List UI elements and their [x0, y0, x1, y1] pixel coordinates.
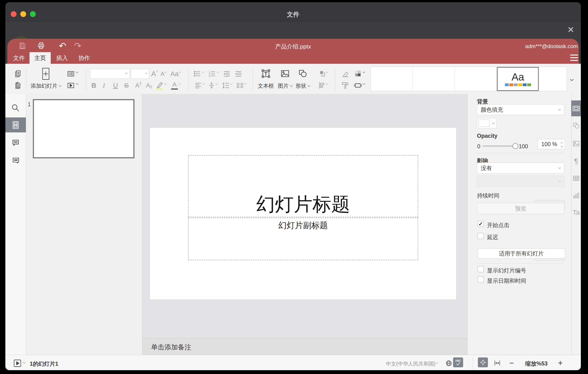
theme-option-selected[interactable]: Aa: [497, 67, 539, 91]
spinner-arrows[interactable]: [561, 139, 563, 149]
shape-icon[interactable]: [298, 68, 308, 79]
spellcheck-icon[interactable]: ABC: [453, 357, 463, 367]
strikethrough-icon[interactable]: S: [122, 81, 130, 90]
start-slideshow-icon[interactable]: [66, 81, 75, 90]
language-chevron-up[interactable]: [436, 362, 438, 365]
fit-slide-icon[interactable]: [478, 357, 488, 367]
highlight-color-icon[interactable]: [155, 80, 164, 90]
align-shapes-icon[interactable]: [317, 81, 327, 90]
zoom-out-button[interactable]: −: [507, 359, 516, 367]
paste-icon[interactable]: [13, 81, 22, 90]
apply-to-all-button[interactable]: 适用于所有幻灯片: [478, 249, 565, 258]
slide-settings-icon[interactable]: [571, 100, 581, 116]
superscript-icon[interactable]: A2: [133, 81, 143, 90]
eraser-icon[interactable]: [340, 69, 350, 78]
notes-placeholder[interactable]: 单击添加备注: [151, 343, 191, 352]
slide-size-chevron[interactable]: [363, 84, 365, 84]
slideshow-mode-chevron[interactable]: [23, 362, 25, 363]
slide-thumbnail[interactable]: [33, 99, 135, 158]
search-icon[interactable]: [11, 103, 21, 113]
bullet-list-icon[interactable]: [193, 69, 202, 78]
tab-home[interactable]: 主页: [30, 52, 51, 64]
font-color-icon[interactable]: A: [170, 80, 179, 90]
comments-icon[interactable]: [11, 138, 21, 148]
show-date-time-checkbox[interactable]: [478, 276, 484, 283]
add-slide-button[interactable]: 添加幻灯片: [27, 82, 65, 89]
paragraph-settings-icon[interactable]: ¶: [572, 157, 581, 165]
slide-layout-icon[interactable]: [66, 69, 75, 78]
color-scheme-chevron[interactable]: [363, 72, 365, 73]
start-on-click-checkbox[interactable]: ✓: [478, 221, 484, 227]
font-color-chevron[interactable]: [179, 84, 180, 84]
subscript-icon[interactable]: A2: [144, 81, 154, 90]
underline-icon[interactable]: U: [112, 81, 119, 90]
tab-insert[interactable]: 插入: [55, 52, 70, 64]
text-box-button[interactable]: 文本框: [255, 82, 277, 89]
image-icon[interactable]: [280, 68, 290, 79]
decrease-indent-icon[interactable]: [222, 69, 232, 78]
horizontal-align-icon[interactable]: [193, 81, 203, 90]
change-case-chevron[interactable]: [179, 72, 180, 73]
opacity-slider-handle[interactable]: [513, 143, 518, 149]
highlight-color-chevron[interactable]: [164, 84, 166, 84]
align-shapes-chevron[interactable]: [326, 84, 328, 84]
add-slide-icon[interactable]: [41, 67, 51, 80]
close-icon[interactable]: ✕: [565, 24, 576, 35]
table-settings-icon[interactable]: [572, 174, 581, 183]
columns-icon[interactable]: [235, 81, 245, 90]
fill-color-picker[interactable]: [477, 118, 497, 128]
paint-roller-icon[interactable]: [340, 81, 350, 90]
start-slideshow-status-icon[interactable]: [13, 359, 21, 367]
font-size-select[interactable]: [131, 69, 149, 79]
line-spacing-icon[interactable]: [221, 81, 231, 90]
globe-icon[interactable]: [445, 359, 453, 367]
shape-button[interactable]: 形状: [292, 82, 314, 89]
opacity-spinner[interactable]: 100 %: [538, 139, 565, 149]
slide-title-text[interactable]: 幻灯片标题: [256, 194, 350, 215]
bullet-list-chevron[interactable]: [202, 72, 204, 73]
zoom-in-button[interactable]: +: [556, 359, 565, 367]
slide-subtitle-text[interactable]: 幻灯片副标题: [278, 220, 328, 231]
language-selector[interactable]: 中文(中华人民共和国): [386, 360, 435, 367]
bold-icon[interactable]: B: [90, 81, 98, 90]
slide-size-icon[interactable]: [353, 81, 363, 90]
increase-indent-icon[interactable]: [233, 69, 243, 78]
slides-panel-icon[interactable]: [5, 117, 26, 132]
horizontal-align-chevron[interactable]: [203, 84, 204, 84]
menu-icon[interactable]: [570, 55, 578, 61]
theme-option[interactable]: [539, 67, 566, 91]
line-spacing-chevron[interactable]: [230, 84, 232, 84]
opacity-slider-track[interactable]: [483, 145, 515, 147]
tab-file[interactable]: 文件: [12, 52, 26, 64]
fill-type-select[interactable]: 颜色填充: [477, 104, 564, 115]
decrease-font-icon[interactable]: A: [159, 69, 168, 78]
shape-settings-icon[interactable]: [572, 121, 581, 130]
image-settings-icon[interactable]: [572, 139, 581, 148]
columns-chevron[interactable]: [244, 84, 246, 84]
numbered-list-icon[interactable]: 123: [208, 69, 217, 78]
increase-font-icon[interactable]: A: [151, 69, 159, 78]
start-slideshow-chevron[interactable]: [76, 84, 78, 84]
chart-settings-icon[interactable]: [572, 191, 581, 200]
arrange-shapes-chevron[interactable]: [326, 72, 328, 73]
fit-width-icon[interactable]: [493, 359, 502, 367]
text-art-settings-icon[interactable]: Ta: [572, 208, 581, 217]
theme-option[interactable]: [455, 67, 497, 91]
theme-option[interactable]: [413, 67, 455, 91]
italic-icon[interactable]: I: [100, 81, 108, 90]
title-placeholder[interactable]: 幻灯片标题: [188, 155, 418, 217]
text-box-icon[interactable]: [261, 68, 271, 79]
effect-select[interactable]: 没有: [477, 163, 564, 174]
change-case-icon[interactable]: Aa: [169, 69, 180, 78]
color-scheme-icon[interactable]: [353, 69, 363, 78]
tab-collaboration[interactable]: 协作: [77, 52, 92, 64]
effect-option-select[interactable]: [477, 176, 564, 187]
theme-gallery-expand-chevron[interactable]: [568, 77, 575, 83]
numbered-list-chevron[interactable]: [217, 72, 219, 73]
preview-button[interactable]: 预览: [477, 203, 564, 214]
slide-layout-chevron[interactable]: [76, 72, 78, 73]
vertical-align-icon[interactable]: [207, 81, 216, 90]
delay-checkbox[interactable]: [478, 233, 484, 239]
chat-icon[interactable]: [11, 155, 21, 165]
copy-icon[interactable]: [13, 69, 22, 78]
